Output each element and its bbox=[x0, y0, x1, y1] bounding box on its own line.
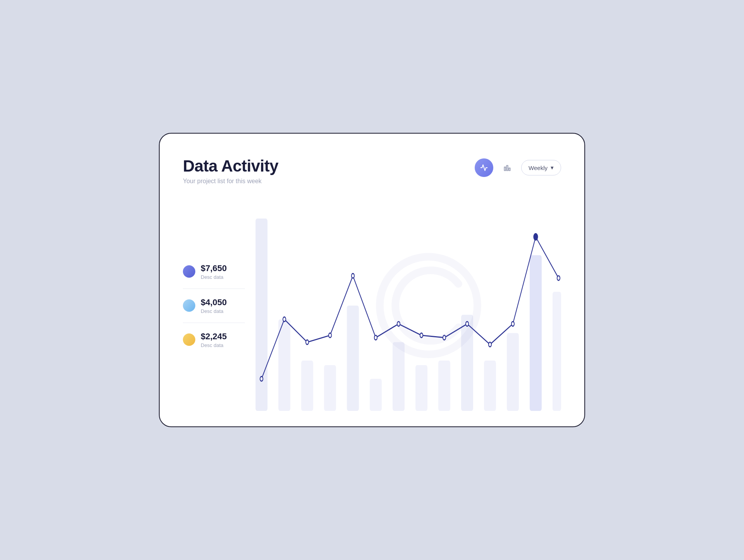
legend-desc-1: Desc data bbox=[201, 274, 227, 280]
svg-point-24 bbox=[397, 321, 400, 326]
svg-point-25 bbox=[420, 333, 423, 338]
svg-rect-0 bbox=[505, 167, 506, 170]
svg-point-30 bbox=[534, 234, 537, 240]
main-card: Data Activity Your project list for this… bbox=[159, 133, 585, 427]
chart-area bbox=[253, 200, 561, 411]
chart-svg bbox=[253, 200, 561, 411]
svg-rect-8 bbox=[347, 306, 359, 411]
svg-rect-16 bbox=[530, 255, 542, 411]
svg-rect-10 bbox=[393, 342, 405, 411]
svg-point-23 bbox=[374, 335, 377, 340]
svg-rect-13 bbox=[461, 315, 473, 411]
legend-text-2: $4,050 Desc data bbox=[201, 297, 227, 314]
controls-area: Weekly ▾ bbox=[475, 158, 561, 177]
period-label: Weekly bbox=[529, 165, 548, 171]
svg-point-26 bbox=[443, 335, 446, 340]
svg-rect-17 bbox=[553, 292, 561, 411]
legend-text-1: $7,650 Desc data bbox=[201, 263, 227, 280]
card-header: Data Activity Your project list for this… bbox=[183, 157, 561, 185]
svg-point-27 bbox=[466, 321, 468, 326]
title-area: Data Activity Your project list for this… bbox=[183, 157, 278, 185]
svg-rect-5 bbox=[278, 319, 290, 411]
bar-chart-button[interactable] bbox=[498, 158, 517, 177]
legend-dot-2 bbox=[183, 299, 195, 312]
legend-value-3: $2,245 bbox=[201, 332, 227, 342]
svg-point-19 bbox=[283, 317, 286, 322]
card-subtitle: Your project list for this week bbox=[183, 178, 278, 185]
content-area: $7,650 Desc data $4,050 Desc data $2,245… bbox=[183, 200, 561, 411]
svg-point-28 bbox=[489, 342, 491, 347]
svg-rect-2 bbox=[509, 168, 510, 171]
legend-item-1: $7,650 Desc data bbox=[183, 255, 245, 289]
svg-rect-1 bbox=[506, 165, 508, 170]
svg-rect-15 bbox=[507, 333, 519, 411]
svg-rect-9 bbox=[370, 379, 382, 411]
legend-text-3: $2,245 Desc data bbox=[201, 332, 227, 348]
svg-rect-7 bbox=[324, 365, 336, 411]
svg-rect-6 bbox=[301, 361, 313, 411]
svg-point-29 bbox=[512, 321, 514, 326]
chevron-down-icon: ▾ bbox=[551, 164, 554, 171]
legend-item-2: $4,050 Desc data bbox=[183, 289, 245, 323]
card-title: Data Activity bbox=[183, 157, 278, 175]
legend-value-1: $7,650 bbox=[201, 263, 227, 273]
legend-item-3: $2,245 Desc data bbox=[183, 323, 245, 357]
svg-rect-4 bbox=[255, 218, 267, 411]
svg-rect-14 bbox=[484, 361, 496, 411]
svg-point-31 bbox=[557, 276, 560, 280]
svg-rect-11 bbox=[415, 365, 427, 411]
svg-rect-12 bbox=[438, 361, 450, 411]
svg-point-21 bbox=[329, 333, 331, 338]
legend: $7,650 Desc data $4,050 Desc data $2,245… bbox=[183, 200, 253, 411]
svg-point-20 bbox=[306, 340, 308, 345]
line-chart-button[interactable] bbox=[475, 158, 493, 177]
svg-point-18 bbox=[260, 376, 263, 381]
svg-point-22 bbox=[351, 273, 354, 278]
legend-dot-1 bbox=[183, 265, 195, 278]
legend-desc-2: Desc data bbox=[201, 308, 227, 314]
legend-value-2: $4,050 bbox=[201, 297, 227, 307]
legend-desc-3: Desc data bbox=[201, 342, 227, 348]
legend-dot-3 bbox=[183, 333, 195, 346]
period-selector[interactable]: Weekly ▾ bbox=[521, 160, 561, 175]
